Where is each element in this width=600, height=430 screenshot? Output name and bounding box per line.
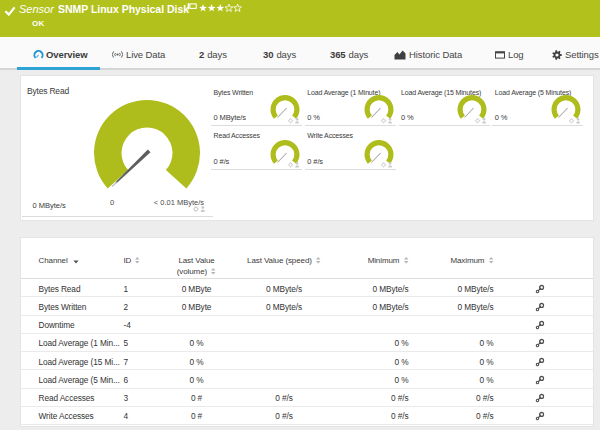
table-row[interactable]: Load Average (1 Min... 5 0 % 0 % 0 % <box>21 334 593 352</box>
cell-channel: Load Average (15 Mi... <box>39 357 120 367</box>
tab-label: Settings <box>565 49 599 60</box>
table-row[interactable]: Load Average (15 Mi... 7 0 % 0 % 0 % <box>21 352 593 370</box>
column-header-channel[interactable]: Channel <box>39 255 79 266</box>
sort-icon <box>135 257 140 264</box>
sort-icon <box>211 268 216 275</box>
primary-gauge <box>92 98 202 208</box>
mini-gauge-action-icons[interactable] <box>475 118 487 125</box>
primary-gauge-scale-max: < 0.01 MByte/s <box>124 198 204 208</box>
mini-gauge-value: 0 % <box>401 113 414 123</box>
mini-gauge-action-icons[interactable] <box>288 162 300 169</box>
tab-log[interactable]: Log <box>495 41 524 68</box>
tab-historic-data[interactable]: Historic Data <box>394 41 462 68</box>
mini-gauge-read-accesses: Read Accesses 0 #/s <box>211 133 302 171</box>
tab-label: days <box>207 49 227 60</box>
column-header-last-value-volume[interactable]: Last Value (volume) <box>151 255 242 277</box>
sensor-status-banner: Sensor SNMP Linux Physical Disk OK <box>0 0 600 37</box>
column-header-last-value-speed[interactable]: Last Value (speed) <box>239 255 329 266</box>
mini-gauge-load-average-1: Load Average (1 Minute) 0 % <box>305 88 396 126</box>
flag-icon[interactable] <box>187 3 198 12</box>
gauge-icon <box>33 49 44 60</box>
edit-channel-wrench-icon[interactable] <box>535 411 545 421</box>
mini-gauge-value: 0 #/s <box>307 157 323 167</box>
mini-gauge-label: Read Accesses <box>214 132 260 139</box>
tab-number: 365 <box>330 49 346 60</box>
tab-live-data[interactable]: Live Data <box>112 41 165 68</box>
cell-tools <box>535 357 549 367</box>
cell-id: 1 <box>124 284 129 294</box>
tab-overview[interactable]: Overview <box>33 41 87 68</box>
broadcast-icon <box>112 50 123 59</box>
primary-gauge-label: Bytes Read <box>27 86 69 96</box>
mini-gauge-load-average-15: Load Average (15 Minutes) 0 % <box>399 88 490 126</box>
cell-id: 4 <box>124 411 129 421</box>
table-row[interactable]: Bytes Written 2 0 MByte 0 MByte/s 0 MByt… <box>21 297 593 315</box>
mini-gauge-action-icons[interactable] <box>288 118 300 125</box>
cell-id: 2 <box>124 302 129 312</box>
column-header-minimum[interactable]: Minimum <box>321 255 409 266</box>
table-row[interactable]: Write Accesses 4 0 # 0 #/s 0 #/s 0 #/s <box>21 407 593 425</box>
mini-gauge-value: 0 MByte/s <box>214 113 246 123</box>
mini-gauge-action-icons[interactable] <box>569 118 581 125</box>
primary-gauge-action-icons[interactable] <box>193 206 206 214</box>
mini-gauge-label: Write Accesses <box>307 132 353 139</box>
table-row[interactable]: Downtime -4 <box>21 316 593 334</box>
edit-channel-wrench-icon[interactable] <box>535 320 545 330</box>
tab-label: days <box>276 49 296 60</box>
edit-channel-wrench-icon[interactable] <box>535 393 545 403</box>
cell-last-value-volume: 0 # <box>151 411 242 421</box>
tab-number: 2 <box>199 49 204 60</box>
cell-maximum: 0 #/s <box>406 393 494 403</box>
sort-icon <box>489 257 494 264</box>
mini-gauge-value: 0 % <box>307 113 320 123</box>
table-row[interactable]: Load Average (5 Min... 6 0 % 0 % 0 % <box>21 370 593 388</box>
cell-last-value-volume: 0 # <box>151 393 242 403</box>
mini-gauge-label: Bytes Written <box>214 89 254 96</box>
cell-id: 3 <box>124 393 129 403</box>
tab-30-days[interactable]: 30 days <box>263 41 296 68</box>
edit-channel-wrench-icon[interactable] <box>535 375 545 385</box>
cell-last-value-volume: 0 MByte <box>151 302 242 312</box>
divider <box>22 216 213 217</box>
cell-tools <box>535 411 549 421</box>
cell-last-value-volume: 0 % <box>151 375 242 385</box>
cell-minimum: 0 % <box>321 375 409 385</box>
cell-maximum: 0 % <box>406 375 494 385</box>
table-row[interactable]: Bytes Read 1 0 MByte 0 MByte/s 0 MByte/s… <box>21 279 593 297</box>
edit-channel-wrench-icon[interactable] <box>535 338 545 348</box>
active-tab-underline <box>17 67 100 70</box>
table-row[interactable]: Read Accesses 3 0 # 0 #/s 0 #/s 0 #/s <box>21 389 593 407</box>
cell-last-value-speed: 0 #/s <box>239 393 329 403</box>
cell-channel: Load Average (1 Min... <box>39 338 120 348</box>
tab-365-days[interactable]: 365 days <box>330 41 368 68</box>
cell-tools <box>535 375 549 385</box>
cell-channel: Load Average (5 Min... <box>39 375 120 385</box>
mini-gauge-value: 0 #/s <box>214 157 230 167</box>
tab-bar: Overview Live Data 2 days 30 days 365 da… <box>0 37 600 70</box>
cell-id: 7 <box>124 357 129 367</box>
cell-last-value-speed: 0 #/s <box>239 411 329 421</box>
cell-maximum: 0 MByte/s <box>406 284 494 294</box>
edit-channel-wrench-icon[interactable] <box>535 357 545 367</box>
tab-number: 30 <box>263 49 273 60</box>
priority-stars[interactable] <box>199 4 245 13</box>
tab-2-days[interactable]: 2 days <box>199 41 227 68</box>
column-header-id[interactable]: ID <box>124 255 141 266</box>
column-header-maximum[interactable]: Maximum <box>406 255 494 266</box>
mini-gauge-action-icons[interactable] <box>381 118 393 125</box>
cell-last-value-speed: 0 MByte/s <box>239 284 329 294</box>
edit-channel-wrench-icon[interactable] <box>535 284 545 294</box>
sensor-title: SNMP Linux Physical Disk <box>58 3 189 15</box>
cell-last-value-volume: 0 % <box>151 357 242 367</box>
cell-tools <box>535 338 549 348</box>
cell-channel: Downtime <box>39 320 75 330</box>
mini-gauge-action-icons[interactable] <box>381 162 393 169</box>
edit-channel-wrench-icon[interactable] <box>535 302 545 312</box>
cell-tools <box>535 302 549 312</box>
cell-channel: Bytes Written <box>39 302 87 312</box>
cell-tools <box>535 284 549 294</box>
cell-channel: Read Accesses <box>39 393 95 403</box>
tab-label: Live Data <box>126 49 165 60</box>
cell-maximum: 0 % <box>406 357 494 367</box>
tab-settings[interactable]: Settings <box>552 41 599 68</box>
